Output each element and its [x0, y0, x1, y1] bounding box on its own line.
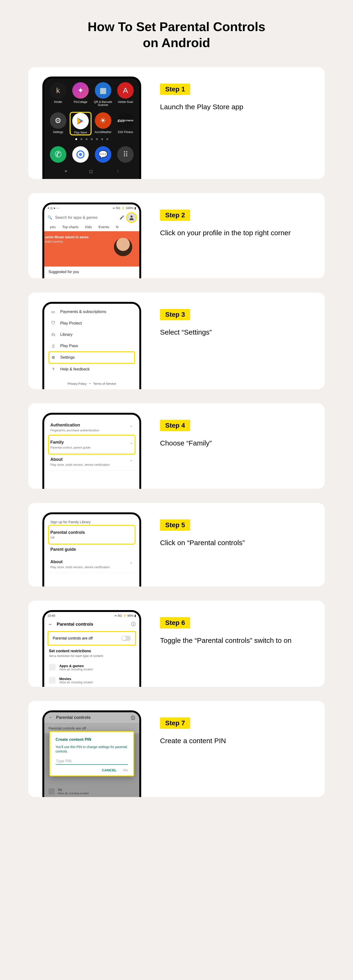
page-title: How To Set Parental Controlson Android	[28, 19, 325, 51]
step-3-card: ▭Payments & subscriptions ⛉Play Protect …	[28, 293, 325, 389]
svg-point-2	[130, 215, 133, 218]
gear-icon: ⚙	[50, 355, 56, 360]
phone-mock-step5: Sign up for Family Library Parental cont…	[42, 512, 141, 587]
settings-authentication[interactable]: AuthenticationFingerprint, purchase auth…	[49, 419, 134, 436]
search-icon[interactable]: 🔍	[48, 215, 52, 220]
step-badge: Step 4	[160, 420, 190, 431]
step-badge: Step 1	[160, 84, 190, 95]
step-badge: Step 7	[160, 718, 190, 729]
step-4-card: AuthenticationFingerprint, purchase auth…	[28, 403, 325, 489]
step-description: Select “Settings”	[160, 327, 311, 337]
phone-mock-step3: ▭Payments & subscriptions ⛉Play Protect …	[42, 302, 141, 389]
movies-icon	[49, 677, 56, 684]
about-row[interactable]: AboutPlay store, build version, device c…	[49, 556, 134, 573]
nav-recents-icon[interactable]: ≡	[65, 169, 67, 173]
step-badge: Step 5	[160, 519, 190, 531]
create-pin-dialog-highlighted: Create content PIN You'll use this PIN t…	[49, 731, 134, 776]
parental-controls-toggle-highlighted[interactable]: Parental controls are off	[48, 631, 136, 646]
featured-banner[interactable]: uerto Rican talent in ames araly's journ…	[44, 231, 139, 267]
family-library-link[interactable]: Sign up for Family Library	[49, 519, 134, 526]
step-description: Launch the Play Store app	[160, 102, 311, 112]
phone-mock-step7: ←Parental controlsⓘ Parental controls ar…	[42, 710, 141, 797]
category-apps-games[interactable]: Apps & gamesAllow all, including unrated	[44, 661, 139, 674]
step-badge: Step 6	[160, 617, 190, 628]
menu-payments[interactable]: ▭Payments & subscriptions	[49, 306, 135, 318]
menu-help[interactable]: ？Help & feedback	[49, 363, 135, 375]
toggle-switch[interactable]	[121, 636, 131, 641]
step-description: Click on your profile in the top right c…	[160, 228, 311, 238]
step-1-card: kKindle ✦PicCollage ▦QR & Barcode Scanne…	[28, 67, 325, 179]
ticket-icon: ▯	[50, 344, 56, 348]
parent-guide-row[interactable]: Parent guide	[49, 543, 134, 556]
android-navbar: ≡ ▢ 〈	[44, 165, 139, 179]
step-description: Create a content PIN	[160, 736, 311, 746]
suggested-heading: Suggested for you	[44, 270, 139, 278]
dialog-message: You'll use this PIN to change settings f…	[56, 745, 128, 754]
menu-settings-highlighted[interactable]: ⚙Settings	[49, 352, 135, 363]
step-description: Toggle the “Parental controls” switch to…	[160, 636, 311, 645]
settings-about[interactable]: AboutPlay store, build version, device c…	[49, 453, 134, 471]
card-icon: ▭	[50, 309, 56, 314]
shield-icon: ⛉	[50, 321, 56, 326]
help-icon: ？	[50, 367, 56, 372]
category-movies[interactable]: MoviesAllow all, including unrated	[44, 674, 139, 687]
restrictions-heading: Set content restrictions	[44, 649, 139, 654]
apps-icon	[49, 664, 56, 671]
ok-button[interactable]: OK	[123, 768, 128, 772]
pin-input[interactable]: Type PIN	[56, 758, 128, 765]
back-icon[interactable]: ←	[48, 622, 52, 627]
chevron-down-icon: ⌄	[130, 458, 133, 462]
menu-play-protect[interactable]: ⛉Play Protect	[49, 318, 135, 329]
category-tv: TVAllow all, including unrated	[48, 788, 135, 795]
nav-home-icon[interactable]: ▢	[89, 169, 93, 173]
svg-point-1	[79, 153, 82, 156]
step-description: Choose “Family”	[160, 438, 311, 448]
parental-controls-row-highlighted[interactable]: Parental controlsOff	[49, 526, 134, 543]
settings-family-highlighted[interactable]: FamilyParental control, parent guide⌄	[49, 436, 134, 453]
search-input[interactable]: Search for apps & games	[55, 215, 117, 220]
cancel-button[interactable]: CANCEL	[102, 768, 117, 772]
mic-icon[interactable]: 🎤	[119, 215, 124, 220]
phone-mock-step6: 10:40⫘ 5G ⚡ 96% ▮ ←Parental controlsⓘ Pa…	[42, 610, 141, 687]
folder-icon: 🗀	[50, 332, 56, 337]
policy-links[interactable]: Privacy Policy•Terms of Service	[44, 380, 139, 389]
phone-mock-step1: kKindle ✦PicCollage ▦QR & Barcode Scanne…	[42, 76, 141, 179]
play-store-app-highlighted[interactable]: Play Store	[70, 112, 91, 135]
step-2-card: 4 ◎ ● ⋯⫘ 5G ⚡ 100% ▮ 🔍 Search for apps &…	[28, 193, 325, 278]
menu-library[interactable]: 🗀Library	[49, 329, 135, 340]
chevron-down-icon: ⌄	[130, 440, 133, 445]
nav-back-icon[interactable]: 〈	[115, 169, 119, 174]
step-7-card: ←Parental controlsⓘ Parental controls ar…	[28, 701, 325, 797]
step-6-card: 10:40⫘ 5G ⚡ 96% ▮ ←Parental controlsⓘ Pa…	[28, 601, 325, 687]
phone-mock-step4: AuthenticationFingerprint, purchase auth…	[42, 413, 141, 489]
step-badge: Step 2	[160, 210, 190, 221]
help-icon[interactable]: ⓘ	[131, 621, 135, 627]
step-5-card: Sign up for Family Library Parental cont…	[28, 503, 325, 587]
step-badge: Step 3	[160, 309, 190, 320]
menu-play-pass[interactable]: ▯Play Pass	[49, 340, 135, 352]
profile-avatar-highlighted[interactable]	[127, 213, 136, 222]
play-store-tabs[interactable]: youTop chartsKidsEventsN	[44, 225, 139, 231]
phone-mock-step2: 4 ◎ ● ⋯⫘ 5G ⚡ 100% ▮ 🔍 Search for apps &…	[42, 202, 141, 278]
restrictions-subheading: Set a restriction for each type of conte…	[44, 654, 139, 661]
chevron-down-icon: ⌄	[130, 560, 133, 565]
step-description: Click on “Parental controls”	[160, 538, 311, 548]
chevron-down-icon: ⌄	[130, 423, 133, 428]
dialog-title: Create content PIN	[56, 737, 128, 742]
